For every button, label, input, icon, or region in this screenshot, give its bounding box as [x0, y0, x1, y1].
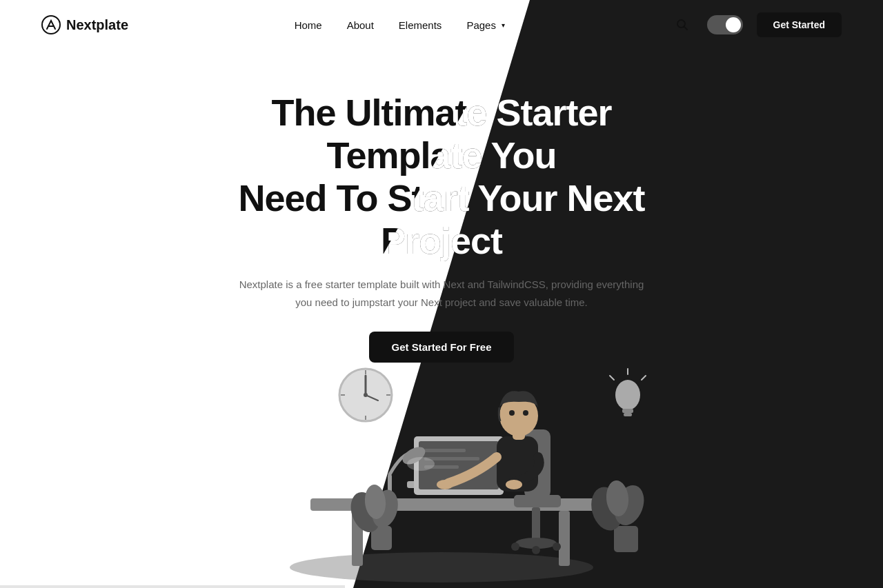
svg-point-26 — [523, 410, 528, 416]
svg-rect-39 — [624, 413, 632, 416]
svg-point-19 — [511, 543, 519, 551]
nav-elements[interactable]: Elements — [399, 19, 442, 31]
svg-rect-38 — [622, 409, 633, 413]
get-started-nav-button[interactable]: Get Started — [757, 12, 842, 37]
svg-rect-9 — [424, 449, 466, 452]
hero-subtitle: Nextplate is a free starter template bui… — [235, 276, 648, 311]
svg-point-28 — [506, 480, 522, 489]
svg-point-37 — [615, 380, 640, 410]
svg-point-0 — [42, 16, 60, 34]
hero-cta-button[interactable]: Get Started For Free — [369, 332, 513, 363]
nav-pages[interactable]: Pages ▾ — [466, 19, 505, 31]
svg-rect-10 — [424, 457, 479, 460]
svg-point-21 — [532, 546, 540, 554]
svg-rect-47 — [614, 526, 638, 552]
search-icon — [676, 19, 688, 31]
nav-links: Home About Elements Pages ▾ — [295, 19, 505, 31]
svg-rect-16 — [514, 495, 561, 507]
bottom-bar — [0, 585, 345, 588]
svg-point-2 — [290, 552, 593, 582]
svg-point-27 — [437, 480, 453, 489]
navbar-right: Get Started — [671, 12, 842, 37]
svg-point-20 — [553, 543, 561, 551]
svg-rect-5 — [559, 511, 570, 566]
svg-line-42 — [610, 376, 614, 380]
theme-toggle[interactable] — [707, 15, 743, 34]
nav-about[interactable]: About — [347, 19, 374, 31]
hero-section: The Ultimate Starter Template You Need T… — [0, 50, 883, 363]
search-button[interactable] — [671, 14, 693, 36]
nav-home[interactable]: Home — [295, 19, 322, 31]
logo-area: Nextplate — [41, 15, 128, 34]
logo-icon — [41, 15, 61, 34]
svg-point-25 — [509, 410, 515, 416]
svg-rect-17 — [532, 507, 540, 542]
logo-text: Nextplate — [66, 17, 128, 33]
toggle-knob — [726, 17, 741, 32]
svg-line-41 — [642, 376, 646, 380]
hero-title-container: The Ultimate Starter Template You Need T… — [200, 91, 683, 262]
svg-point-14 — [407, 457, 435, 471]
navbar: Nextplate Home About Elements Pages ▾ Ge… — [0, 0, 883, 50]
pages-chevron-icon: ▾ — [502, 21, 505, 29]
